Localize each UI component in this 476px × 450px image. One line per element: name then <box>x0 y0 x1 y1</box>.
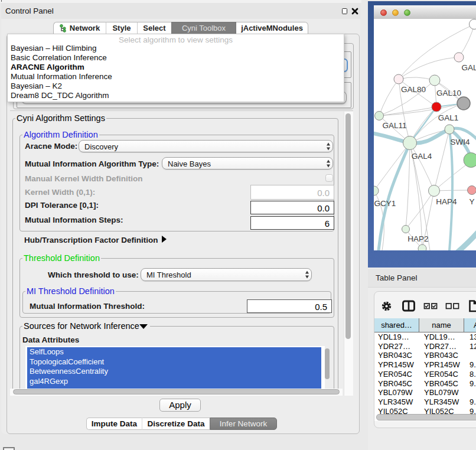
svg-text:Y: Y <box>469 197 474 206</box>
svg-text:SWI4: SWI4 <box>450 138 470 146</box>
svg-text:GAL80: GAL80 <box>401 85 426 94</box>
svg-text:GCY1: GCY1 <box>374 199 396 208</box>
svg-text:HAP4: HAP4 <box>436 197 457 206</box>
svg-text:HAP2: HAP2 <box>407 234 428 243</box>
svg-text:GAL1: GAL1 <box>438 113 459 122</box>
svg-text:GAL: GAL <box>461 63 476 72</box>
svg-text:GAL4: GAL4 <box>412 152 432 161</box>
svg-text:GAL11: GAL11 <box>382 121 406 130</box>
svg-text:GAL10: GAL10 <box>436 89 461 97</box>
